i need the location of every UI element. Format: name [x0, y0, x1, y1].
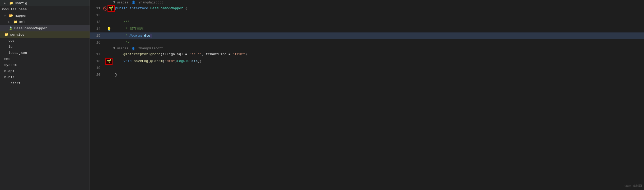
line-num-11: 11 — [90, 5, 105, 12]
code-line-15: 15 * @param dto│ — [90, 32, 644, 39]
line-num-13: 13 — [90, 19, 105, 26]
usages-text: 3 usages — [113, 47, 128, 50]
folder-icon: 📁 — [13, 20, 17, 24]
sidebar-label: ...start — [4, 81, 21, 85]
meta-line-usages: 3 usages 👤 zhangdaiscott — [90, 46, 644, 51]
line-num-16: 16 — [90, 39, 105, 46]
code-line-20: 20 } — [90, 72, 644, 78]
folder-icon: 📁 — [9, 1, 13, 5]
sidebar-item-base-common-mapper[interactable]: 🍃 BaseCommonMapper — [0, 25, 90, 31]
line-content-20: } — [113, 72, 644, 78]
line-content-12 — [113, 12, 644, 19]
spring-run-icon-2[interactable]: 🌱 — [105, 58, 113, 65]
line-content-14: * 保存日志 — [113, 26, 644, 32]
code-line-14: 14 💡 * 保存日志 — [90, 26, 644, 32]
line-num-19: 19 — [90, 65, 105, 72]
line-content-19 — [113, 65, 644, 72]
sidebar-item-xml[interactable]: ▷ 📁 xml — [0, 19, 90, 25]
author-name: 2hangdaiscott — [139, 1, 164, 4]
spring-run-icon[interactable]: 🌱 — [108, 5, 115, 12]
sidebar-item-modules-base[interactable]: modules.base — [0, 6, 90, 12]
gutter-18[interactable]: 🌱 — [105, 58, 113, 65]
sidebar-item-system[interactable]: system — [0, 62, 90, 68]
sidebar-item-start[interactable]: ...start — [0, 80, 90, 86]
sidebar: ▶ 📁 Config modules.base ▷ 📂 mapper ▷ 📁 x… — [0, 0, 90, 190]
code-line-17: 17 @InterceptorIgnore(illegalSql = "true… — [90, 51, 644, 58]
sidebar-item-service[interactable]: 📁 service — [0, 31, 90, 38]
line-content-13: /** — [113, 19, 644, 26]
folder-icon: 📂 — [9, 13, 13, 18]
gutter-15 — [105, 32, 113, 39]
code-line-19: 19 — [90, 65, 644, 72]
code-line-18: 18 🌱 void saveLog(@Param("dto")LogDTO dt… — [90, 58, 644, 65]
sidebar-label: BaseCommonMapper — [14, 26, 47, 30]
sidebar-label: service — [10, 33, 25, 37]
line-content-16: */ — [113, 39, 644, 46]
editor: 3 usages 👤 2hangdaiscott 11 🚫 🌱 public i… — [90, 0, 644, 190]
arrow-icon: ▷ — [4, 14, 7, 17]
author-icon: 👤 — [132, 1, 136, 4]
gutter-14[interactable]: 💡 — [105, 26, 113, 32]
bulb-icon[interactable]: 💡 — [107, 27, 111, 31]
line-num-12: 12 — [90, 12, 105, 19]
line-num-17: 17 — [90, 51, 105, 58]
code-line-11: 11 🚫 🌱 public interface BaseCommonMapper… — [90, 5, 644, 12]
sidebar-item-mapper[interactable]: ▷ 📂 mapper — [0, 12, 90, 19]
code-line-13: 13 /** — [90, 19, 644, 26]
sidebar-item-config[interactable]: ▶ 📁 Config — [0, 0, 90, 6]
sidebar-label: xml — [19, 20, 25, 24]
sidebar-item-ces[interactable]: ces — [0, 38, 90, 44]
watermark: CSDN 华域网 — [624, 184, 642, 188]
spring-icon: 🍃 — [8, 26, 13, 30]
top-meta-line: 3 usages 👤 2hangdaiscott — [90, 0, 644, 5]
line-content-18: void saveLog(@Param("dto")LogDTO dto); — [113, 58, 644, 65]
gutter-20 — [105, 72, 113, 78]
sidebar-item-n-biz[interactable]: n-biz — [0, 74, 90, 80]
arrow-icon: ▷ — [8, 20, 12, 23]
sidebar-label: n-biz — [4, 75, 15, 79]
gutter-13 — [105, 19, 113, 26]
line-content-17: @InterceptorIgnore(illegalSql = "true", … — [113, 51, 644, 58]
sidebar-label: loca.json — [8, 51, 27, 55]
code-line-16: 16 */ — [90, 39, 644, 46]
gutter-16 — [105, 39, 113, 46]
sidebar-label: ces — [8, 39, 15, 43]
sidebar-label: ic — [8, 45, 13, 49]
folder-icon: 📁 — [4, 32, 8, 37]
sidebar-item-ic[interactable]: ic — [0, 44, 90, 50]
no-run-icon: 🚫 — [103, 6, 108, 11]
gutter-11[interactable]: 🚫 🌱 — [105, 5, 113, 12]
sidebar-label: modules.base — [2, 7, 27, 11]
sidebar-label: emo — [4, 57, 10, 61]
sidebar-item-loca-json[interactable]: loca.json — [0, 50, 90, 56]
author-text: zhangdaiscott — [138, 47, 163, 50]
line-content-11: public interface BaseCommonMapper { — [113, 5, 644, 12]
sidebar-item-emo[interactable]: emo — [0, 56, 90, 62]
line-num-18: 18 — [90, 58, 105, 65]
gutter-19 — [105, 65, 113, 72]
line-content-15: * @param dto│ — [113, 32, 644, 39]
sidebar-label: n-api — [4, 69, 15, 73]
sidebar-label: system — [4, 63, 17, 67]
gutter-12 — [105, 12, 113, 19]
sidebar-label: Config — [15, 1, 27, 5]
user-icon: 👤 — [132, 47, 135, 50]
arrow-icon: ▶ — [4, 2, 7, 5]
line-num-14: 14 — [90, 26, 105, 32]
sidebar-item-n-api[interactable]: n-api — [0, 68, 90, 74]
line-num-15: 15 — [90, 32, 105, 39]
gutter-17 — [105, 51, 113, 58]
usages-count: 3 usages — [113, 1, 128, 4]
line-num-20: 20 — [90, 72, 105, 78]
code-line-12: 12 — [90, 12, 644, 19]
sidebar-label: mapper — [15, 14, 27, 18]
